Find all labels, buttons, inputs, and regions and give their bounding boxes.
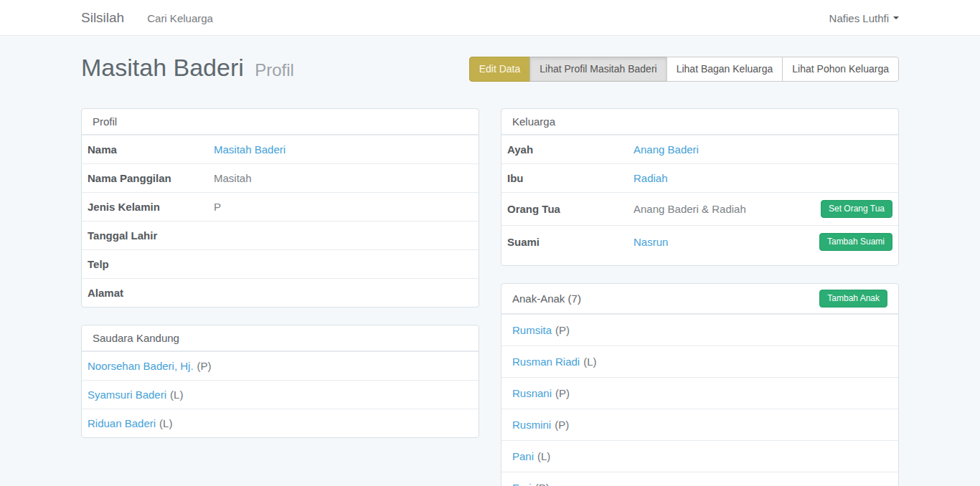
tambah-anak-button[interactable]: Tambah Anak	[819, 290, 887, 308]
person-link[interactable]: Riduan Baderi	[88, 417, 156, 429]
saudara-panel-title: Saudara Kandung	[93, 332, 179, 344]
profil-panel-heading: Profil	[82, 109, 479, 135]
field-value: P	[214, 200, 221, 214]
keluarga-panel: Keluarga Ayah Anang Baderi Ibu Radiah Or…	[501, 108, 899, 266]
person-link[interactable]: Radiah	[633, 171, 668, 185]
gender-label: (P)	[555, 324, 570, 336]
profile-action-group: Edit Data Lihat Profil Masitah Baderi Li…	[469, 57, 899, 82]
navbar-right: Nafies Luthfi	[829, 12, 899, 24]
child-list-item: Rusmini(P)	[501, 409, 898, 440]
table-row-telp: Telp	[82, 249, 479, 278]
field-label: Tanggal Lahir	[82, 221, 214, 249]
left-column: Profil Nama Masitah Baderi Nama Panggila…	[81, 108, 479, 455]
table-row-nama-panggilan: Nama Panggilan Masitah	[82, 163, 479, 192]
right-column: Keluarga Ayah Anang Baderi Ibu Radiah Or…	[501, 108, 899, 486]
keluarga-panel-heading: Keluarga	[501, 109, 898, 135]
person-link[interactable]: Rusnani	[512, 387, 552, 399]
profil-panel: Profil Nama Masitah Baderi Nama Panggila…	[81, 108, 479, 308]
person-link[interactable]: Erni	[512, 482, 532, 486]
saudara-panel-heading: Saudara Kandung	[82, 325, 479, 351]
field-label: Ayah	[501, 135, 633, 163]
person-link[interactable]: Nasrun	[633, 235, 668, 249]
saudara-kandung-panel: Saudara Kandung Noorsehan Baderi, Hj.(P)…	[81, 325, 479, 438]
lihat-bagan-keluarga-button[interactable]: Lihat Bagan Keluarga	[666, 57, 783, 82]
brand-silsilah[interactable]: Silsilah	[81, 10, 124, 26]
person-link[interactable]: Rusmini	[512, 419, 551, 431]
field-label: Nama	[82, 135, 214, 163]
set-orang-tua-button[interactable]: Set Orang Tua	[821, 200, 892, 218]
sibling-list-item: Noorsehan Baderi, Hj.(P)	[82, 351, 479, 380]
table-row-suami: Suami Nasrun Tambah Suami	[501, 225, 898, 265]
field-label: Alamat	[82, 279, 214, 307]
gender-label: (L)	[159, 417, 172, 429]
field-label: Orang Tua	[501, 195, 633, 223]
user-menu-dropdown[interactable]: Nafies Luthfi	[829, 12, 899, 24]
anak-anak-panel: Anak-Anak (7) Tambah Anak Rumsita(P) Rus…	[501, 283, 899, 486]
table-row-tanggal-lahir: Tanggal Lahir	[82, 221, 479, 249]
person-name-heading: Masitah Baderi	[81, 54, 244, 81]
field-label: Nama Panggilan	[82, 164, 214, 192]
field-label: Suami	[501, 228, 633, 256]
keluarga-panel-title: Keluarga	[512, 115, 555, 128]
child-list-item: Rumsita(P)	[501, 314, 898, 346]
table-row-ibu: Ibu Radiah	[501, 163, 898, 192]
lihat-profil-button[interactable]: Lihat Profil Masitah Baderi	[529, 57, 666, 82]
person-link[interactable]: Pani	[512, 450, 534, 462]
tambah-suami-button[interactable]: Tambah Suami	[819, 233, 892, 251]
main-content: Masitah Baderi Profil Edit Data Lihat Pr…	[0, 36, 980, 486]
person-link[interactable]: Syamsuri Baderi	[88, 389, 166, 401]
child-list-item: Pani(L)	[501, 440, 898, 472]
child-list-item: Rusman Riadi(L)	[501, 346, 898, 377]
person-link[interactable]: Rumsita	[512, 324, 552, 336]
sibling-list-item: Syamsuri Baderi(L)	[82, 380, 479, 409]
gender-label: (P)	[555, 387, 570, 399]
gender-label: (L)	[583, 356, 596, 368]
gender-label: (P)	[535, 482, 550, 486]
page-subtitle: Profil	[255, 60, 294, 80]
anak-panel-title: Anak-Anak (7)	[512, 292, 581, 305]
lihat-pohon-keluarga-button[interactable]: Lihat Pohon Keluarga	[782, 57, 899, 82]
child-list-item: Erni(P)	[501, 472, 898, 486]
person-link[interactable]: Noorsehan Baderi, Hj.	[88, 360, 194, 372]
field-value: Masitah	[214, 171, 252, 185]
child-list-item: Rusnani(P)	[501, 377, 898, 409]
table-row-alamat: Alamat	[82, 278, 479, 307]
field-label: Jenis Kelamin	[82, 193, 214, 221]
table-row-ayah: Ayah Anang Baderi	[501, 135, 898, 163]
anak-panel-heading: Anak-Anak (7) Tambah Anak	[501, 284, 898, 314]
page-title: Masitah Baderi Profil	[81, 53, 294, 85]
person-link[interactable]: Masitah Baderi	[214, 143, 286, 156]
user-name: Nafies Luthfi	[829, 12, 889, 24]
gender-label: (L)	[170, 389, 183, 401]
nav-cari-keluarga[interactable]: Cari Keluarga	[147, 12, 213, 24]
caret-down-icon	[893, 16, 899, 19]
navbar: Silsilah Cari Keluarga Nafies Luthfi	[0, 0, 980, 36]
gender-label: (P)	[197, 360, 212, 372]
gender-label: (L)	[537, 450, 550, 462]
gender-label: (P)	[555, 419, 569, 431]
field-label: Ibu	[501, 164, 633, 192]
profil-panel-title: Profil	[93, 115, 117, 128]
table-row-orang-tua: Orang Tua Anang Baderi & Radiah Set Oran…	[501, 192, 898, 225]
person-link[interactable]: Rusman Riadi	[512, 356, 580, 368]
field-label: Telp	[82, 250, 214, 278]
table-row-nama: Nama Masitah Baderi	[82, 135, 479, 163]
page-header: Masitah Baderi Profil Edit Data Lihat Pr…	[81, 53, 899, 85]
sibling-list-item: Riduan Baderi(L)	[82, 409, 479, 437]
field-value: Anang Baderi & Radiah	[633, 202, 746, 216]
table-row-jenis-kelamin: Jenis Kelamin P	[82, 192, 479, 221]
edit-data-button[interactable]: Edit Data	[469, 57, 531, 82]
person-link[interactable]: Anang Baderi	[633, 143, 699, 156]
